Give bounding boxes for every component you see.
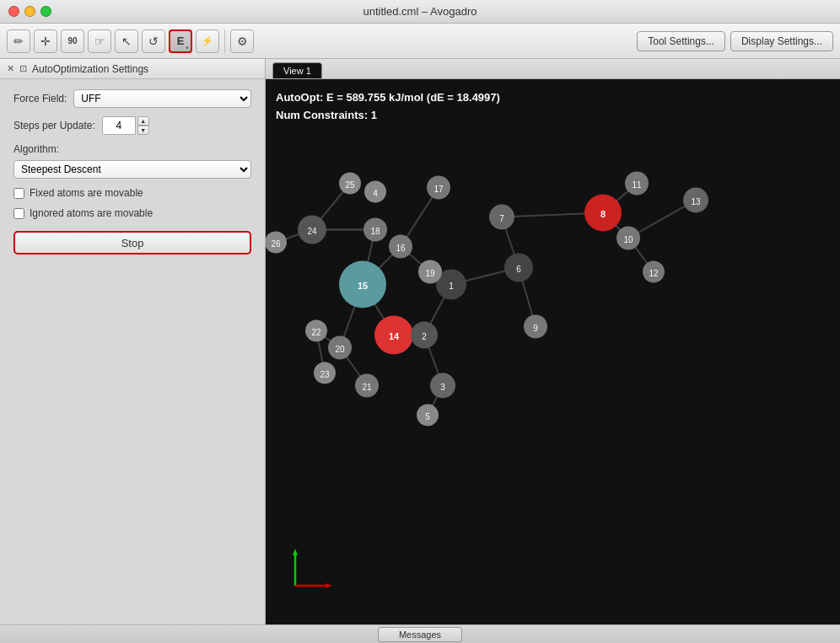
spin-up-button[interactable]: ▲ (137, 116, 149, 126)
algorithm-select[interactable]: Steepest Descent Conjugate Gradients BFG… (13, 160, 251, 179)
force-field-row: Force Field: UFF MMFF94 GAFF (13, 89, 251, 108)
fixed-atoms-label: Fixed atoms are movable (30, 187, 143, 199)
auto-opt-tool[interactable]: E (169, 29, 192, 53)
maximize-button[interactable] (40, 6, 51, 17)
view-tab-1[interactable]: View 1 (272, 62, 322, 78)
svg-text:5: 5 (425, 412, 430, 421)
svg-text:22: 22 (311, 328, 321, 337)
draw-tool[interactable]: ✏ (7, 29, 30, 53)
fixed-atoms-row: Fixed atoms are movable (13, 187, 251, 199)
messages-button[interactable]: Messages (378, 627, 462, 642)
molecule-viewport[interactable]: AutoOpt: E = 589.755 kJ/mol (dE = 18.499… (266, 79, 840, 624)
sidebar-title: AutoOptimization Settings (32, 63, 148, 75)
svg-text:13: 13 (691, 197, 701, 206)
fixed-atoms-checkbox[interactable] (13, 188, 24, 199)
statusbar: Messages (0, 624, 840, 643)
ignored-atoms-row: Ignored atoms are movable (13, 207, 251, 219)
svg-text:9: 9 (533, 324, 538, 333)
sidebar: ✕ ⊡ AutoOptimization Settings Force Fiel… (0, 59, 266, 624)
svg-text:11: 11 (632, 180, 642, 190)
close-button[interactable] (8, 6, 19, 17)
tool-settings-button[interactable]: Tool Settings... (637, 31, 725, 51)
svg-text:26: 26 (271, 239, 281, 249)
minimize-button[interactable] (24, 6, 35, 17)
svg-text:6: 6 (516, 265, 521, 274)
svg-text:23: 23 (320, 370, 330, 379)
svg-text:1: 1 (449, 281, 454, 291)
force-field-label: Force Field: (13, 93, 67, 104)
stop-button[interactable]: Stop (13, 231, 251, 255)
steps-input[interactable]: 4 (102, 116, 136, 135)
window-title: untitled.cml – Avogadro (363, 5, 477, 18)
svg-text:21: 21 (362, 383, 372, 392)
titlebar: untitled.cml – Avogadro (0, 0, 840, 24)
toolbar-right: Tool Settings... Display Settings... (637, 31, 833, 51)
ignored-atoms-label: Ignored atoms are movable (30, 207, 153, 219)
svg-text:14: 14 (389, 331, 400, 341)
svg-marker-81 (326, 583, 332, 588)
sidebar-content: Force Field: UFF MMFF94 GAFF Steps per U… (0, 79, 265, 265)
bonds-group (276, 184, 696, 415)
unknown-tool[interactable]: ⚡ (196, 29, 219, 53)
svg-text:4: 4 (373, 189, 378, 198)
svg-marker-79 (293, 549, 298, 555)
select-tool[interactable]: ↖ (115, 29, 138, 53)
svg-text:7: 7 (499, 214, 504, 223)
svg-text:8: 8 (600, 209, 606, 219)
svg-text:15: 15 (358, 281, 368, 291)
navigate-tool[interactable]: ✛ (34, 29, 57, 53)
svg-text:16: 16 (396, 244, 406, 253)
atoms-group: 15 14 8 1 2 6 (266, 172, 708, 426)
toolbar-separator (224, 29, 225, 53)
svg-text:20: 20 (335, 345, 345, 354)
measure-tool[interactable]: 90 (61, 29, 84, 53)
svg-text:12: 12 (649, 269, 659, 278)
main-container: ✕ ⊡ AutoOptimization Settings Force Fiel… (0, 59, 840, 624)
detach-icon[interactable]: ⊡ (19, 63, 27, 74)
window-controls (8, 6, 51, 17)
svg-text:18: 18 (370, 227, 380, 236)
toolbar: ✏ ✛ 90 ☞ ↖ ↺ E ⚡ ⚙ Tool Settings... Disp… (0, 24, 840, 59)
steps-row: Steps per Update: 4 ▲ ▼ (13, 116, 251, 135)
svg-text:25: 25 (345, 180, 355, 190)
ignored-atoms-checkbox[interactable] (13, 208, 24, 219)
undo-btn[interactable]: ↺ (142, 29, 165, 53)
sidebar-header: ✕ ⊡ AutoOptimization Settings (0, 59, 265, 79)
molecule-display: 15 14 8 1 2 6 (266, 79, 840, 624)
svg-text:24: 24 (307, 227, 317, 236)
svg-text:2: 2 (422, 332, 427, 341)
view-tabs: View 1 (266, 59, 840, 79)
force-field-select[interactable]: UFF MMFF94 GAFF (73, 89, 251, 108)
algorithm-label: Algorithm: (13, 143, 251, 155)
spin-down-button[interactable]: ▼ (137, 126, 149, 135)
steps-input-container: 4 ▲ ▼ (102, 116, 149, 135)
manipulate-tool[interactable]: ☞ (88, 29, 111, 53)
svg-text:10: 10 (623, 235, 633, 244)
svg-text:3: 3 (440, 383, 445, 392)
steps-spinner: ▲ ▼ (137, 116, 149, 135)
algorithm-section: Algorithm: Steepest Descent Conjugate Gr… (13, 143, 251, 179)
svg-text:19: 19 (425, 269, 435, 278)
steps-label: Steps per Update: (13, 120, 95, 131)
settings-tool[interactable]: ⚙ (230, 29, 254, 53)
display-settings-button[interactable]: Display Settings... (730, 31, 833, 51)
close-icon[interactable]: ✕ (7, 63, 14, 74)
svg-text:17: 17 (433, 185, 444, 194)
axes-display (283, 544, 333, 594)
view-area: View 1 AutoOpt: E = 589.755 kJ/mol (dE =… (266, 59, 840, 624)
